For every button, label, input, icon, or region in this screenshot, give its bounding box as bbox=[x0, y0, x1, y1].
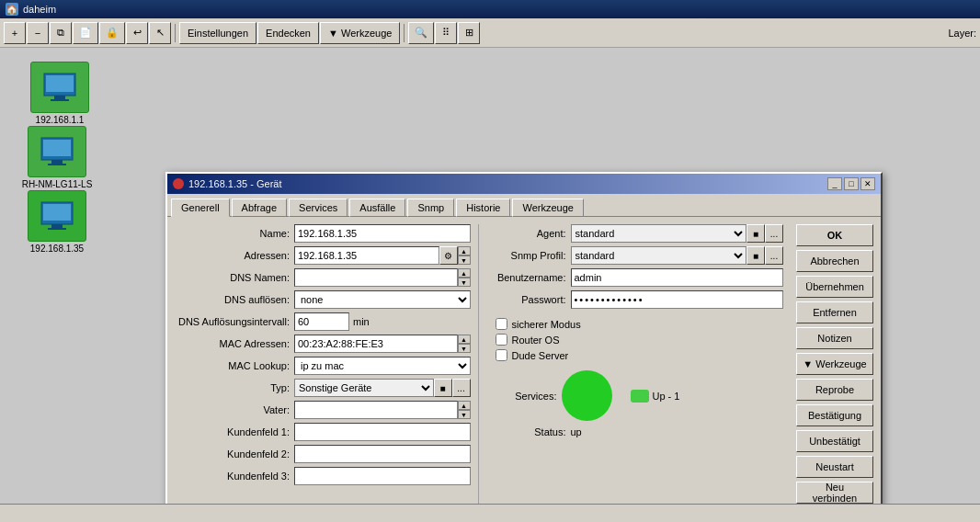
tab-abfrage[interactable]: Abfrage bbox=[232, 199, 288, 217]
endecken-button[interactable]: Endecken bbox=[257, 22, 319, 44]
mac-lookup-label: MAC Lookup: bbox=[175, 360, 294, 371]
dns-namen-input[interactable] bbox=[294, 268, 458, 287]
cursor-button[interactable]: ↖ bbox=[149, 22, 171, 44]
device-icon-2[interactable]: RH-NM-LG11-LS bbox=[20, 126, 94, 189]
tab-historie[interactable]: Historie bbox=[456, 199, 510, 217]
grid-button[interactable]: ⠿ bbox=[435, 22, 457, 44]
vater-down-btn[interactable]: ▼ bbox=[458, 410, 471, 419]
dns-aufloesen-select[interactable]: none bbox=[294, 290, 471, 309]
entfernen-button[interactable]: Entfernen bbox=[796, 301, 873, 323]
benutzername-label: Benutzername: bbox=[488, 272, 571, 283]
kundenfeld2-row: Kundenfeld 2: bbox=[175, 445, 471, 463]
app-icon: 🏠 bbox=[6, 3, 18, 16]
tab-generell[interactable]: Generell bbox=[171, 199, 230, 217]
dialog-title-bar: 192.168.1.35 - Gerät _ □ ✕ bbox=[167, 174, 881, 194]
sicherer-modus-checkbox[interactable] bbox=[496, 318, 507, 330]
agent-more-btn[interactable]: ... bbox=[765, 224, 783, 243]
typ-more-btn[interactable]: ... bbox=[452, 379, 471, 397]
layers-button[interactable]: ⊞ bbox=[458, 22, 480, 44]
dialog-minimize-button[interactable]: _ bbox=[827, 177, 842, 190]
kundenfeld3-input[interactable] bbox=[294, 467, 471, 485]
unbestaetigt-button[interactable]: Unbestätigt bbox=[796, 430, 873, 452]
dns-aufloesen-label: DNS auflösen: bbox=[175, 294, 294, 305]
mac-lookup-dropdown: ip zu mac bbox=[294, 357, 471, 375]
agent-label: Agent: bbox=[488, 228, 571, 239]
werkzeuge-button-group[interactable]: ▼ Werkzeuge bbox=[796, 353, 873, 375]
snmp-row: Snmp Profil: standard ■ ... bbox=[488, 246, 784, 265]
benutzername-input[interactable] bbox=[571, 268, 784, 287]
dialog-title-icon bbox=[173, 178, 184, 189]
tab-services[interactable]: Services bbox=[289, 199, 348, 217]
agent-select[interactable]: standard bbox=[571, 224, 747, 243]
neu-verbinden-button[interactable]: Neu verbinden bbox=[796, 482, 873, 504]
adressen-config-btn[interactable]: ⚙ bbox=[439, 246, 458, 265]
passwort-label: Passwort: bbox=[488, 294, 571, 305]
search-button[interactable]: 🔍 bbox=[408, 22, 434, 44]
dns-namen-up-btn[interactable]: ▲ bbox=[458, 268, 471, 278]
kundenfeld2-input[interactable] bbox=[294, 445, 471, 463]
dialog-maximize-button[interactable]: □ bbox=[844, 177, 859, 190]
dialog-close-button[interactable]: ✕ bbox=[860, 177, 875, 190]
tab-werkzeuge[interactable]: Werkzeuge bbox=[512, 199, 583, 217]
mac-up-btn[interactable]: ▲ bbox=[458, 335, 471, 344]
adressen-down-btn[interactable]: ▼ bbox=[458, 255, 471, 265]
svg-rect-1 bbox=[46, 75, 74, 92]
device-icon-3[interactable]: 192.168.1.35 bbox=[20, 190, 94, 254]
reprobe-button[interactable]: Reprobe bbox=[796, 379, 873, 401]
tab-snmp[interactable]: Snmp bbox=[407, 199, 454, 217]
snmp-small-btn[interactable]: ■ bbox=[746, 246, 765, 265]
status-label: Status: bbox=[488, 426, 571, 437]
name-input[interactable] bbox=[294, 224, 471, 243]
tab-ausfaelle[interactable]: Ausfälle bbox=[349, 199, 405, 217]
app-title: daheim bbox=[23, 4, 56, 15]
bestaetigung-button[interactable]: Bestätigung bbox=[796, 404, 873, 426]
werkzeuge-button[interactable]: ▼ Werkzeuge bbox=[320, 22, 400, 44]
typ-small-btn[interactable]: ■ bbox=[434, 379, 452, 397]
name-label: Name: bbox=[175, 228, 294, 239]
agent-row: Agent: standard ■ ... bbox=[488, 224, 784, 243]
dns-aufloesen-dropdown: none bbox=[294, 290, 471, 309]
abbrechen-button[interactable]: Abbrechen bbox=[796, 250, 873, 272]
kundenfeld1-row: Kundenfeld 1: bbox=[175, 423, 471, 441]
router-icon bbox=[39, 136, 75, 168]
dude-server-checkbox[interactable] bbox=[496, 349, 507, 361]
uebernehmen-button[interactable]: Übernehmen bbox=[796, 276, 873, 298]
kundenfeld1-input[interactable] bbox=[294, 423, 471, 441]
adressen-up-btn[interactable]: ▲ bbox=[458, 246, 471, 255]
add-button[interactable]: + bbox=[4, 22, 26, 44]
typ-select[interactable]: Sonstige Geräte bbox=[294, 379, 434, 397]
mac-down-btn[interactable]: ▼ bbox=[458, 344, 471, 353]
snmp-more-btn[interactable]: ... bbox=[765, 246, 783, 265]
copy-button[interactable]: ⧉ bbox=[50, 22, 72, 44]
toolbar-sep-2 bbox=[404, 24, 405, 42]
canvas-area[interactable]: 192.168.1.1 RH-NM-LG11-LS 192.168.1.35 bbox=[0, 48, 980, 504]
app-title-bar: 🏠 daheim bbox=[0, 0, 980, 18]
notizen-button[interactable]: Notizen bbox=[796, 327, 873, 349]
mac-adressen-input[interactable] bbox=[294, 335, 458, 353]
snmp-select[interactable]: standard bbox=[571, 246, 747, 265]
paste-button[interactable]: 📄 bbox=[73, 22, 98, 44]
vater-input[interactable] bbox=[294, 401, 458, 419]
device-icon-bg-1 bbox=[30, 62, 89, 113]
agent-small-btn[interactable]: ■ bbox=[746, 224, 765, 243]
dns-interval-input[interactable] bbox=[294, 312, 349, 331]
dns-aufloesen-row: DNS auflösen: none bbox=[175, 290, 471, 309]
neustart-button[interactable]: Neustart bbox=[796, 456, 873, 478]
dude-server-label: Dude Server bbox=[512, 350, 569, 361]
passwort-input[interactable] bbox=[571, 290, 784, 309]
dns-namen-down-btn[interactable]: ▼ bbox=[458, 278, 471, 287]
router-os-checkbox[interactable] bbox=[496, 334, 507, 346]
adressen-input[interactable] bbox=[294, 246, 439, 265]
mac-adressen-row: MAC Adressen: ▲ ▼ bbox=[175, 335, 471, 353]
vater-up-btn[interactable]: ▲ bbox=[458, 401, 471, 410]
device-icon-1[interactable]: 192.168.1.1 bbox=[23, 62, 97, 125]
lock-button[interactable]: 🔒 bbox=[99, 22, 125, 44]
werkzeuge-btn-label: ▼ Werkzeuge bbox=[797, 358, 872, 369]
mac-lookup-select[interactable]: ip zu mac bbox=[294, 357, 471, 375]
undo-button[interactable]: ↩ bbox=[126, 22, 148, 44]
einstellungen-button[interactable]: Einstellungen bbox=[179, 22, 256, 44]
typ-input-group: Sonstige Geräte ■ ... bbox=[294, 379, 471, 397]
ok-button[interactable]: OK bbox=[796, 224, 873, 246]
remove-button[interactable]: − bbox=[27, 22, 49, 44]
svg-rect-7 bbox=[48, 164, 66, 165]
